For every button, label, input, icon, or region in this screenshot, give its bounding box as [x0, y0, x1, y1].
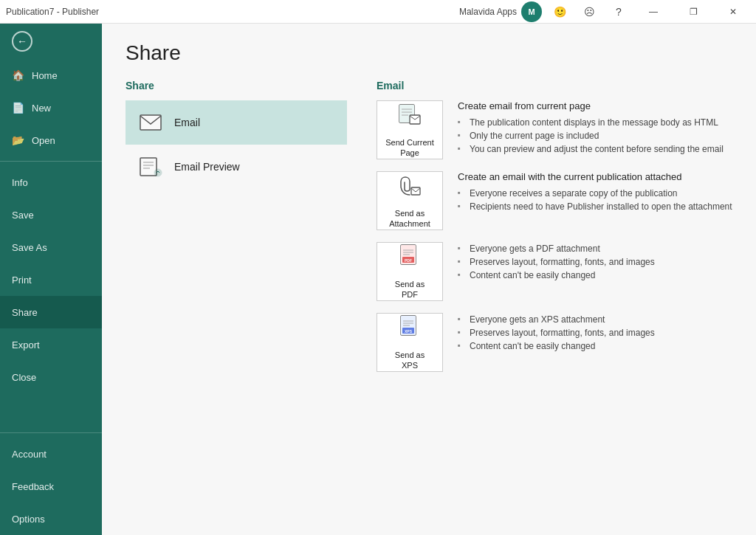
bullet-item: Everyone gets a PDF attachment: [458, 242, 732, 255]
back-icon: ←: [12, 31, 32, 52]
send-as-xps-bullets: Everyone gets an XPS attachment Preserve…: [458, 313, 732, 353]
sidebar-item-export[interactable]: Export: [0, 328, 102, 361]
new-icon: 📄: [12, 102, 24, 114]
bullet-item: The publication content displays in the …: [458, 116, 732, 129]
sidebar-export-label: Export: [12, 339, 40, 351]
send-as-xps-desc: Everyone gets an XPS attachment Preserve…: [458, 313, 732, 353]
email-option-row-attachment: Send asAttachment Create an email with t…: [377, 171, 732, 230]
send-as-pdf-bullets: Everyone gets a PDF attachment Preserves…: [458, 242, 732, 282]
frown-icon[interactable]: ☹: [577, 1, 601, 22]
smiley-icon[interactable]: 🙂: [548, 1, 571, 22]
sidebar-item-save-as[interactable]: Save As: [0, 231, 102, 263]
send-as-pdf-desc: Everyone gets a PDF attachment Preserves…: [458, 242, 732, 282]
svg-text:PDF: PDF: [405, 258, 412, 263]
app-title: Publication7 - Publisher: [6, 7, 99, 17]
svg-rect-12: [411, 187, 420, 195]
bullet-item: Preserves layout, formatting, fonts, and…: [458, 255, 732, 269]
send-as-attachment-card[interactable]: Send asAttachment: [377, 171, 443, 230]
avatar-group: Malavida Apps M: [459, 1, 542, 22]
home-icon: 🏠: [12, 69, 24, 81]
share-section-title: Share: [126, 80, 347, 92]
bullet-item: Content can't be easily changed: [458, 269, 732, 282]
sidebar-save-label: Save: [12, 210, 34, 221]
svg-text:XPS: XPS: [405, 329, 413, 334]
sidebar-divider-2: [0, 432, 102, 433]
page-title: Share: [126, 41, 732, 65]
send-current-page-title: Create email from current page: [458, 100, 732, 111]
sidebar-save-as-label: Save As: [12, 242, 47, 253]
sidebar-open-label: Open: [32, 135, 55, 146]
share-option-email[interactable]: Email: [126, 100, 347, 145]
email-preview-option-label: Email Preview: [174, 161, 240, 173]
titlebar: Publication7 - Publisher Malavida Apps M…: [0, 0, 756, 24]
sidebar-item-save[interactable]: Save: [0, 199, 102, 231]
share-left-panel: Share Email: [126, 80, 347, 384]
email-option-label: Email: [174, 117, 200, 128]
share-option-email-preview[interactable]: Email Preview: [126, 145, 347, 189]
sidebar: ← 🏠 Home 📄 New 📂 Open Info Save Save As …: [0, 24, 102, 535]
sidebar-home-label: Home: [32, 70, 58, 81]
main-content: Share Share Email: [102, 24, 756, 535]
svg-rect-0: [140, 115, 161, 130]
send-current-page-card[interactable]: Send CurrentPage: [377, 100, 443, 159]
bullet-item: Recipients need to have Publisher instal…: [458, 200, 732, 213]
sidebar-item-close[interactable]: Close: [0, 361, 102, 393]
minimize-button[interactable]: —: [636, 0, 670, 24]
sidebar-item-feedback[interactable]: Feedback: [0, 470, 102, 503]
sidebar-item-info[interactable]: Info: [0, 166, 102, 199]
sidebar-account-label: Account: [12, 449, 47, 460]
sidebar-bottom: Account Feedback Options: [0, 428, 102, 535]
email-option-row-send-current-page: Send CurrentPage Create email from curre…: [377, 100, 732, 159]
bullet-item: Everyone gets an XPS attachment: [458, 313, 732, 326]
send-as-pdf-card[interactable]: PDF Send asPDF: [377, 242, 443, 301]
sidebar-back-button[interactable]: ←: [0, 24, 102, 59]
sidebar-item-print[interactable]: Print: [0, 263, 102, 296]
send-as-attachment-bullets: Everyone receives a separate copy of the…: [458, 187, 732, 213]
send-as-pdf-label: Send asPDF: [395, 279, 425, 300]
send-current-page-label: Send CurrentPage: [385, 137, 433, 159]
app-body: ← 🏠 Home 📄 New 📂 Open Info Save Save As …: [0, 24, 756, 535]
send-as-attachment-title: Create an email with the current publica…: [458, 171, 732, 182]
share-layout: Share Email: [126, 80, 732, 384]
send-as-attachment-desc: Create an email with the current publica…: [458, 171, 732, 213]
sidebar-item-open[interactable]: 📂 Open: [0, 124, 102, 156]
sidebar-close-label: Close: [12, 372, 36, 383]
sidebar-item-account[interactable]: Account: [0, 438, 102, 470]
send-as-attachment-icon: [396, 173, 423, 204]
restore-button[interactable]: ❐: [676, 0, 710, 24]
open-icon: 📂: [12, 134, 24, 146]
close-button[interactable]: ✕: [716, 0, 750, 24]
sidebar-feedback-label: Feedback: [12, 481, 54, 492]
avatar: M: [521, 1, 542, 22]
bullet-item: Only the current page is included: [458, 129, 732, 142]
sidebar-item-share[interactable]: Share: [0, 296, 102, 328]
email-option-icon: [137, 109, 164, 136]
sidebar-share-label: Share: [12, 307, 38, 318]
send-current-page-icon: [396, 102, 423, 133]
sidebar-item-options[interactable]: Options: [0, 503, 102, 535]
send-as-xps-card[interactable]: XPS Send asXPS: [377, 313, 443, 372]
email-right-panel: Email: [377, 80, 732, 384]
send-as-xps-label: Send asXPS: [395, 350, 425, 371]
email-option-row-xps: XPS Send asXPS Everyone gets an XPS atta…: [377, 313, 732, 372]
email-section-title: Email: [377, 80, 732, 92]
sidebar-options-label: Options: [12, 514, 45, 525]
send-as-xps-icon: XPS: [396, 314, 423, 345]
send-current-page-desc: Create email from current page The publi…: [458, 100, 732, 156]
sidebar-item-home[interactable]: 🏠 Home: [0, 59, 102, 92]
bullet-item: You can preview and adjust the content b…: [458, 142, 732, 156]
send-current-page-bullets: The publication content displays in the …: [458, 116, 732, 156]
sidebar-print-label: Print: [12, 275, 32, 286]
bullet-item: Everyone receives a separate copy of the…: [458, 187, 732, 200]
titlebar-center: Publication7 - Publisher: [6, 7, 99, 17]
send-as-pdf-icon: PDF: [396, 244, 423, 275]
bullet-item: Preserves layout, formatting, fonts, and…: [458, 326, 732, 339]
sidebar-new-label: New: [32, 103, 51, 114]
email-preview-option-icon: [137, 153, 164, 180]
sidebar-item-new[interactable]: 📄 New: [0, 92, 102, 124]
app-name-label: Malavida Apps: [459, 7, 517, 17]
help-icon[interactable]: ?: [607, 1, 630, 22]
send-as-attachment-label: Send asAttachment: [389, 208, 430, 229]
bullet-item: Content can't be easily changed: [458, 339, 732, 353]
sidebar-divider-1: [0, 161, 102, 162]
